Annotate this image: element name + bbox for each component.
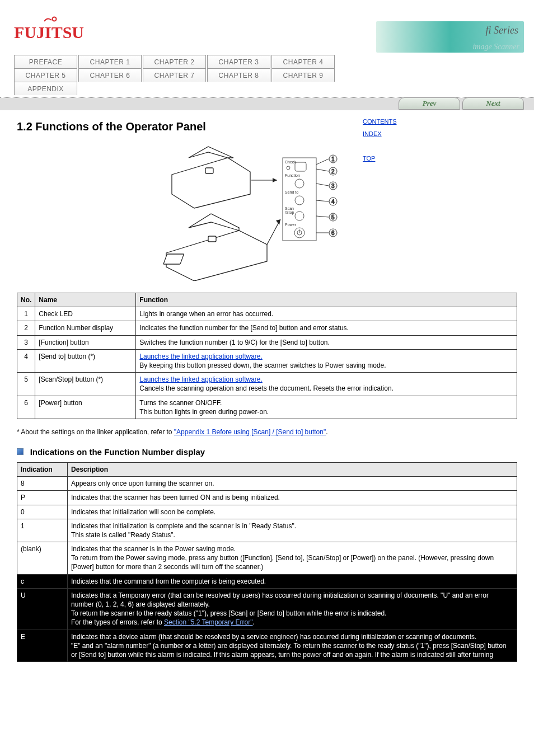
svg-text:1: 1 <box>331 156 335 162</box>
table-row: 1Check LEDLights in orange when an error… <box>17 307 517 321</box>
cell-no: 5 <box>17 373 35 396</box>
svg-rect-6 <box>163 254 184 264</box>
svg-rect-5 <box>208 236 216 242</box>
table-row: 1Indicates that initialization is comple… <box>17 519 517 542</box>
table-row: cIndicates that the command from the com… <box>17 574 517 588</box>
svg-text:3: 3 <box>331 183 335 189</box>
cell-description: Indicates that a device alarm (that shou… <box>68 630 517 662</box>
header: FUJITSU fi Series image Scanner <box>0 0 534 55</box>
svg-text:FUJITSU: FUJITSU <box>14 23 84 41</box>
cell-function: Turns the scanner ON/OFF.This button lig… <box>136 396 517 419</box>
cell-indication: 0 <box>17 505 68 519</box>
cell-function: Launches the linked application software… <box>136 349 517 372</box>
cell-function: Launches the linked application software… <box>136 373 517 396</box>
table-row: 3[Function] buttonSwitches the function … <box>17 335 517 349</box>
operator-panel-table: No. Name Function 1Check LEDLights in or… <box>17 293 517 419</box>
link-index[interactable]: INDEX <box>363 128 397 140</box>
svg-text:Power: Power <box>285 223 297 227</box>
table-row: EIndicates that a device alarm (that sho… <box>17 630 517 662</box>
link-section-5-2[interactable]: Section "5.2 Temporary Error" <box>164 618 252 626</box>
col-description: Description <box>68 462 517 476</box>
link-launch-app[interactable]: Launches the linked application software… <box>139 353 262 360</box>
table-row: 5[Scan/Stop] button (*)Launches the link… <box>17 373 517 396</box>
tab-chapter-8[interactable]: CHAPTER 8 <box>207 68 270 82</box>
cell-indication: (blank) <box>17 542 68 575</box>
tab-chapter-7[interactable]: CHAPTER 7 <box>143 68 206 82</box>
cell-description: Indicates that the scanner has been turn… <box>68 491 517 505</box>
cell-indication: U <box>17 588 68 630</box>
nav-row-3: APPENDIX <box>14 82 520 95</box>
series-banner: fi Series image Scanner <box>376 21 524 53</box>
svg-marker-4 <box>273 178 277 182</box>
svg-text:2: 2 <box>331 168 335 175</box>
svg-text:4: 4 <box>331 199 335 205</box>
section-title: 1.2 Functions of the Operator Panel <box>17 120 517 133</box>
next-button[interactable]: Next <box>462 97 524 110</box>
svg-line-36 <box>316 216 329 217</box>
cell-description: Indicates that initialization is complet… <box>68 519 517 542</box>
cell-description: Indicates that the scanner is in the Pow… <box>68 542 517 575</box>
cell-description: Indicates that the command from the comp… <box>68 574 517 588</box>
tab-appendix[interactable]: APPENDIX <box>14 82 77 95</box>
cell-no: 3 <box>17 335 35 349</box>
table-row: 6[Power] buttonTurns the scanner ON/OFF.… <box>17 396 517 419</box>
sub-title: Indications on the Function Number displ… <box>30 447 205 457</box>
tab-preface[interactable]: PREFACE <box>14 55 77 68</box>
tab-chapter-1[interactable]: CHAPTER 1 <box>78 55 142 68</box>
svg-text:6: 6 <box>331 230 335 236</box>
operator-panel-diagram: Check Function Send to Scan/Stop Power <box>17 141 517 283</box>
cell-indication: 1 <box>17 519 68 542</box>
col-name: Name <box>35 293 136 307</box>
banner-sub: image Scanner <box>472 43 519 51</box>
table-row: 8Appears only once upon turning the scan… <box>17 477 517 491</box>
svg-line-33 <box>316 200 329 201</box>
cell-name: Check LED <box>35 307 136 321</box>
col-function: Function <box>136 293 517 307</box>
svg-text:5: 5 <box>331 214 335 220</box>
svg-text:/Stop: /Stop <box>285 210 294 215</box>
nav-row-2: CHAPTER 5 CHAPTER 6 CHAPTER 7 CHAPTER 8 … <box>14 68 520 82</box>
cell-name: [Power] button <box>35 396 136 419</box>
cell-description: Indicates that a Temporary error (that c… <box>68 588 517 630</box>
svg-line-30 <box>316 184 329 186</box>
table-row: 4[Send to] button (*)Launches the linked… <box>17 349 517 372</box>
table-row: PIndicates that the scanner has been tur… <box>17 491 517 505</box>
prev-button[interactable]: Prev <box>399 97 460 110</box>
cell-indication: 8 <box>17 477 68 491</box>
tab-chapter-6[interactable]: CHAPTER 6 <box>78 68 142 82</box>
cell-no: 2 <box>17 321 35 335</box>
link-appendix-1[interactable]: "Appendix 1 Before using [Scan] / [Send … <box>174 428 326 436</box>
svg-text:Check: Check <box>285 160 296 164</box>
svg-line-24 <box>316 159 329 165</box>
svg-text:Function: Function <box>285 173 300 177</box>
function-number-table: Indication Description 8Appears only onc… <box>17 462 517 662</box>
table-row: 0Indicates that initialization will soon… <box>17 505 517 519</box>
ref-prefix: * About the settings on the linker appli… <box>17 428 174 436</box>
link-contents[interactable]: CONTENTS <box>363 115 397 128</box>
cell-function: Lights in orange when an error has occur… <box>136 307 517 321</box>
tab-chapter-5[interactable]: CHAPTER 5 <box>14 68 77 82</box>
cell-function: Switches the function number (1 to 9/C) … <box>136 335 517 349</box>
tab-chapter-2[interactable]: CHAPTER 2 <box>143 55 206 68</box>
link-launch-app[interactable]: Launches the linked application software… <box>139 375 262 383</box>
svg-rect-9 <box>283 158 316 241</box>
svg-line-27 <box>316 169 329 171</box>
cell-name: Function Number display <box>35 321 136 335</box>
tab-chapter-3[interactable]: CHAPTER 3 <box>207 55 270 68</box>
table-row: (blank)Indicates that the scanner is in … <box>17 542 517 575</box>
cell-name: [Scan/Stop] button (*) <box>35 373 136 396</box>
cell-description: Indicates that initialization will soon … <box>68 505 517 519</box>
cell-name: [Send to] button (*) <box>35 349 136 372</box>
sub-bar: Prev Next <box>0 98 534 110</box>
cell-indication: P <box>17 491 68 505</box>
reference-line: * About the settings on the linker appli… <box>17 428 517 436</box>
cell-no: 6 <box>17 396 35 419</box>
cell-indication: E <box>17 630 68 662</box>
cell-description: Appears only once upon turning the scann… <box>68 477 517 491</box>
svg-point-1 <box>53 17 57 21</box>
tab-chapter-9[interactable]: CHAPTER 9 <box>271 68 335 82</box>
fujitsu-logo: FUJITSU <box>14 16 87 44</box>
tab-chapter-4[interactable]: CHAPTER 4 <box>271 55 335 68</box>
sub-heading: Indications on the Function Number displ… <box>17 447 517 457</box>
svg-rect-2 <box>205 168 213 173</box>
